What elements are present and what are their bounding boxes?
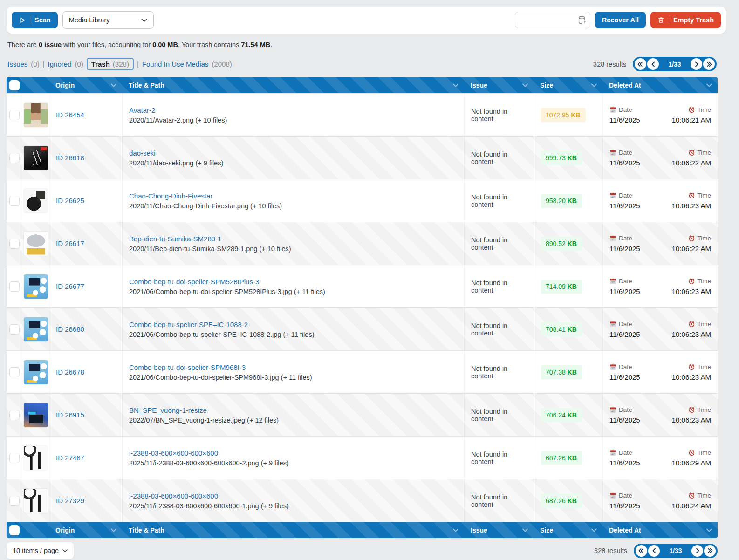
- media-title-link[interactable]: dao-seki: [129, 149, 458, 157]
- date-label: 17 Date: [609, 278, 640, 285]
- chevron-down-icon[interactable]: [591, 83, 597, 87]
- media-title-link[interactable]: Chao-Chong-Dinh-Fivestar: [129, 192, 458, 200]
- select-all-checkbox[interactable]: [9, 80, 20, 90]
- first-page-button[interactable]: [636, 545, 647, 557]
- time-label: Time: [688, 449, 712, 456]
- row-checkbox[interactable]: [9, 496, 20, 506]
- row-checkbox[interactable]: [9, 410, 20, 420]
- column-footer-title-path[interactable]: Title & Path: [122, 526, 464, 534]
- media-id-link[interactable]: ID 27329: [56, 497, 116, 505]
- row-checkbox-cell: [7, 394, 22, 436]
- chevron-down-icon[interactable]: [453, 83, 458, 87]
- deleted-at-cell: 17 Date 11/6/2025 Time 10:06:21 AM: [602, 94, 718, 136]
- thumbnail[interactable]: [24, 189, 48, 213]
- thumbnail[interactable]: [24, 232, 48, 256]
- source-select[interactable]: Media Library: [62, 11, 154, 29]
- size-badge: 708.41 KB: [541, 322, 582, 336]
- size-value: 706.24: [546, 411, 566, 419]
- thumbnail[interactable]: [24, 317, 48, 341]
- column-footer-origin[interactable]: Origin: [49, 526, 122, 534]
- thumbnail[interactable]: [24, 446, 48, 470]
- media-title-link[interactable]: Combo-bep-tu-spelier-SPE–IC-1088-2: [129, 321, 458, 328]
- alarm-clock-icon: [688, 492, 695, 499]
- chevron-down-icon[interactable]: [591, 528, 597, 532]
- next-page-button[interactable]: [691, 545, 703, 557]
- first-page-button[interactable]: [635, 58, 646, 70]
- next-page-button[interactable]: [691, 58, 702, 70]
- media-id-link[interactable]: ID 26677: [56, 282, 116, 290]
- row-checkbox[interactable]: [9, 153, 20, 163]
- column-footer-issue[interactable]: Issue: [464, 526, 534, 534]
- thumbnail[interactable]: [24, 403, 48, 427]
- prev-page-button[interactable]: [648, 545, 660, 557]
- tab-trash-active[interactable]: Trash (328): [87, 58, 134, 70]
- row-checkbox[interactable]: [9, 281, 20, 292]
- chevron-down-icon[interactable]: [522, 83, 528, 87]
- thumbnail[interactable]: [24, 103, 48, 127]
- column-header-origin[interactable]: Origin: [49, 82, 122, 89]
- column-header-size[interactable]: Size: [534, 82, 602, 89]
- media-id-link[interactable]: ID 26617: [56, 239, 116, 247]
- last-page-button[interactable]: [704, 545, 716, 557]
- row-checkbox[interactable]: [9, 324, 20, 335]
- media-id-link[interactable]: ID 27467: [56, 454, 116, 462]
- row-checkbox[interactable]: [9, 239, 20, 249]
- size-cell: 890.52 KB: [534, 222, 602, 265]
- items-per-page-value: 10 items / page: [13, 547, 59, 554]
- column-header-deleted-at[interactable]: Deleted At: [602, 82, 718, 89]
- thumbnail[interactable]: [24, 146, 48, 170]
- chevron-down-icon[interactable]: [453, 528, 458, 532]
- alarm-clock-icon: [688, 406, 695, 413]
- tab-found-in-use[interactable]: Found In Use Medias: [142, 60, 209, 68]
- media-title-link[interactable]: Combo-bep-tu-doi-spelier-SPM528IPlus-3: [129, 278, 458, 286]
- media-title-link[interactable]: Bep-dien-tu-Sumika-SM289-1: [129, 235, 458, 243]
- column-header-title-path[interactable]: Title & Path: [122, 82, 464, 89]
- empty-trash-button[interactable]: Empty Trash: [650, 12, 721, 28]
- media-title-link[interactable]: BN_SPE_vuong-1-resize: [129, 406, 458, 414]
- chevron-down-icon[interactable]: [706, 83, 712, 87]
- media-id-link[interactable]: ID 26618: [56, 154, 116, 162]
- thumbnail[interactable]: [24, 489, 48, 513]
- media-title-link[interactable]: Combo-bep-tu-doi-spelier-SPM968I-3: [129, 363, 458, 371]
- tab-ignored[interactable]: Ignored: [48, 60, 72, 68]
- deleted-time: 10:06:23 AM: [672, 373, 711, 381]
- row-checkbox[interactable]: [9, 453, 20, 463]
- thumbnail[interactable]: [24, 274, 48, 299]
- select-all-checkbox[interactable]: [9, 525, 20, 535]
- row-checkbox[interactable]: [9, 367, 20, 377]
- prev-page-button[interactable]: [647, 58, 659, 70]
- items-per-page-select[interactable]: 10 items / page: [7, 542, 74, 559]
- table-row: ID 26618 dao-seki 2020/11/dao-seki.png (…: [7, 136, 718, 179]
- time-label-text: Time: [698, 492, 712, 499]
- media-id-link[interactable]: ID 26625: [56, 197, 116, 205]
- media-id-link[interactable]: ID 26678: [56, 368, 116, 376]
- results-count: 328 results: [594, 547, 627, 554]
- recover-all-button[interactable]: Recover All: [595, 12, 646, 28]
- size-unit: KB: [568, 283, 577, 290]
- issue-text: Not found in content: [471, 493, 527, 508]
- deleted-date-group: 17 Date 11/6/2025: [609, 492, 640, 510]
- row-checkbox[interactable]: [9, 110, 20, 120]
- scan-button[interactable]: Scan: [12, 12, 58, 28]
- chevron-down-icon[interactable]: [111, 528, 116, 532]
- media-title-link[interactable]: Avatar-2: [129, 106, 458, 114]
- table-footer-header: Origin Title & Path Issue Size Deleted A…: [7, 522, 718, 538]
- last-page-button[interactable]: [703, 58, 715, 70]
- media-id-link[interactable]: ID 26680: [56, 325, 116, 333]
- chevron-down-icon[interactable]: [522, 528, 528, 532]
- media-id-link[interactable]: ID 26915: [56, 411, 116, 419]
- column-footer-size[interactable]: Size: [534, 526, 602, 534]
- chevron-down-icon[interactable]: [111, 83, 116, 87]
- alarm-clock-icon: [688, 363, 695, 370]
- media-title-link[interactable]: i-2388-03-600×600-600×600: [129, 449, 458, 457]
- table-row: ID 26454 Avatar-2 2020/11/Avatar-2.png (…: [7, 93, 718, 136]
- time-label: Time: [688, 278, 712, 285]
- media-title-link[interactable]: i-2388-03-600×600-600×600: [129, 492, 458, 500]
- row-checkbox[interactable]: [9, 196, 20, 206]
- thumbnail[interactable]: [24, 360, 48, 384]
- tab-issues[interactable]: Issues: [7, 60, 27, 68]
- chevron-down-icon[interactable]: [706, 528, 712, 532]
- column-header-issue[interactable]: Issue: [464, 82, 534, 89]
- column-footer-deleted-at[interactable]: Deleted At: [602, 526, 718, 534]
- media-id-link[interactable]: ID 26454: [56, 111, 116, 119]
